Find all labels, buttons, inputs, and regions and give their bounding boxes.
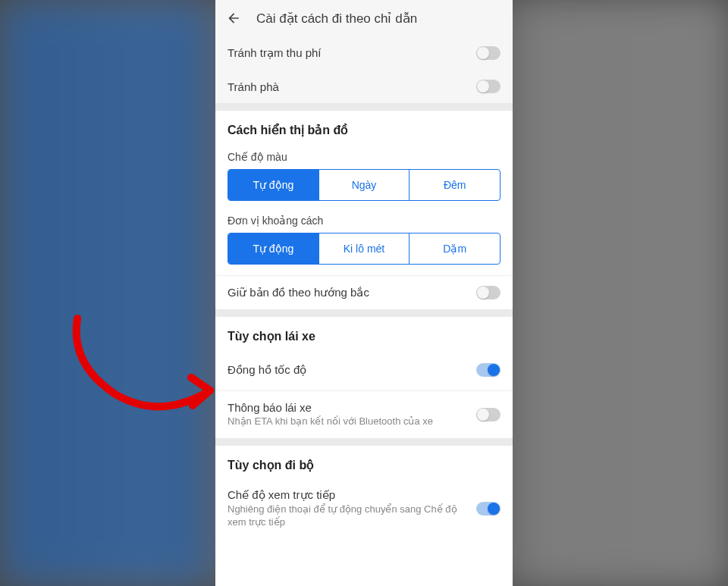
distance-unit-label: Đơn vị khoảng cách xyxy=(215,207,513,233)
speedometer-label: Đồng hồ tốc độ xyxy=(228,363,306,377)
map-display-section-title: Cách hiển thị bản đồ xyxy=(215,111,513,143)
driving-notify-toggle[interactable] xyxy=(476,408,500,421)
avoid-tolls-label: Tránh trạm thu phí xyxy=(228,46,322,60)
distance-auto[interactable]: Tự động xyxy=(228,233,319,264)
distance-miles[interactable]: Dặm xyxy=(410,233,500,264)
live-view-row[interactable]: Chế độ xem trực tiếp Nghiêng điện thoại … xyxy=(215,478,513,539)
driving-section-title: Tùy chọn lái xe xyxy=(215,317,513,349)
section-divider xyxy=(215,309,513,317)
color-mode-label: Chế độ màu xyxy=(215,143,513,169)
back-button[interactable] xyxy=(226,11,241,26)
avoid-ferries-label: Tránh phà xyxy=(228,80,279,93)
driving-notify-row[interactable]: Thông báo lái xe Nhận ETA khi bạn kết nố… xyxy=(215,390,513,438)
section-divider xyxy=(215,438,513,446)
avoid-ferries-row[interactable]: Tránh phà xyxy=(215,70,513,103)
section-divider xyxy=(215,103,513,111)
distance-unit-segmented: Tự động Ki lô mét Dặm xyxy=(215,233,513,275)
speedometer-row[interactable]: Đồng hồ tốc độ xyxy=(215,349,513,390)
north-up-label: Giữ bản đồ theo hướng bắc xyxy=(228,286,369,299)
avoid-tolls-toggle[interactable] xyxy=(476,46,500,60)
app-header: Cài đặt cách đi theo chỉ dẫn xyxy=(215,0,513,36)
speedometer-toggle[interactable] xyxy=(476,363,500,377)
color-mode-day[interactable]: Ngày xyxy=(319,170,410,200)
color-mode-segmented: Tự động Ngày Đêm xyxy=(215,169,513,207)
north-up-toggle[interactable] xyxy=(476,286,500,299)
driving-notify-sub: Nhận ETA khi bạn kết nối với Bluetooth c… xyxy=(228,415,467,428)
live-view-label: Chế độ xem trực tiếp xyxy=(228,488,467,502)
walking-section-title: Tùy chọn đi bộ xyxy=(215,446,513,478)
live-view-toggle[interactable] xyxy=(476,502,500,515)
avoid-ferries-toggle[interactable] xyxy=(476,80,500,93)
color-mode-auto[interactable]: Tự động xyxy=(228,170,319,200)
live-view-sub: Nghiêng điện thoại để tự động chuyển san… xyxy=(228,503,467,529)
driving-notify-label: Thông báo lái xe xyxy=(228,401,467,414)
distance-km[interactable]: Ki lô mét xyxy=(319,233,410,264)
settings-screen: Cài đặt cách đi theo chỉ dẫn Tránh trạm … xyxy=(215,0,513,586)
avoid-tolls-row[interactable]: Tránh trạm thu phí xyxy=(215,36,513,70)
page-title: Cài đặt cách đi theo chỉ dẫn xyxy=(256,11,417,27)
north-up-row[interactable]: Giữ bản đồ theo hướng bắc xyxy=(215,275,513,309)
color-mode-night[interactable]: Đêm xyxy=(410,170,500,200)
arrow-left-icon xyxy=(226,11,241,26)
